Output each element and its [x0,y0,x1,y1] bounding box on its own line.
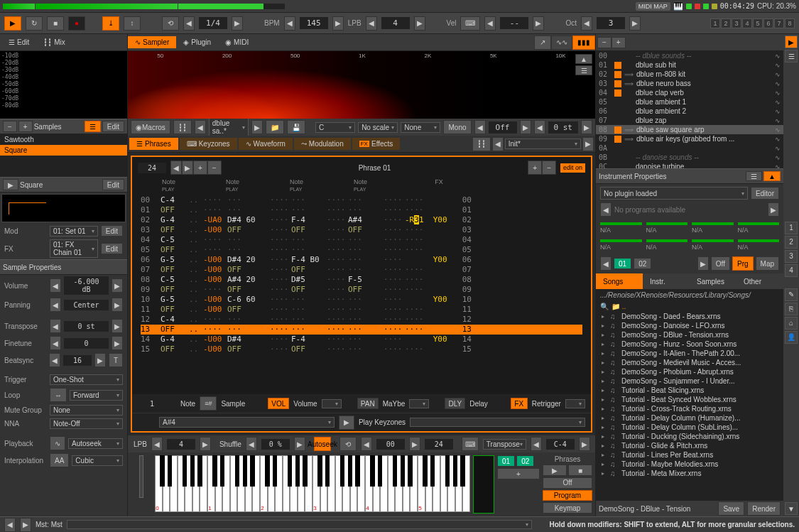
samples-edit-button[interactable]: Edit [102,121,124,132]
macro-slider[interactable]: N/A [692,239,734,251]
detach-button[interactable]: ↗ [534,36,551,50]
spectrum-menu[interactable]: ☰ [575,65,592,75]
transpose-value[interactable]: 0 st [64,321,109,332]
browser-tab-songs[interactable]: Songs [596,273,643,289]
browser-file[interactable]: ▸♫DemoSong - Phobium - Abrupt.xrns [596,367,783,376]
play-kz-toggle[interactable]: ▶ [339,416,354,430]
instrument-row[interactable]: 0B-- danoise sounds --∿ [596,153,783,162]
play-from-button[interactable]: ↻ [26,16,43,31]
piano-keyboard[interactable]: 012345 [155,455,470,512]
shuf-dec[interactable]: ◀ [246,437,257,451]
ft-dec[interactable]: ◀ [50,336,61,350]
side-down-icon[interactable]: ▼ [785,502,798,515]
sample-edit-button[interactable]: Edit [102,179,124,190]
next-button[interactable]: ▶ [232,16,243,31]
edit-on-indicator[interactable]: edit on [560,163,585,173]
browser-file[interactable]: ▸♫Tutorial - Delay Column (Humanize)... [596,413,783,423]
edit-step[interactable]: 1 [138,398,166,409]
vel-inc[interactable]: ▶ [533,16,544,31]
instrument-row[interactable]: 04dblue clap verb∿ [596,88,783,97]
pan-tag[interactable]: PAN [357,398,379,409]
browser-file[interactable]: ▸♫DemoSong - It-Alien - ThePath 2.00... [596,349,783,358]
macro-slot-02[interactable]: 02 [634,258,651,269]
pan-dec[interactable]: ◀ [50,298,61,312]
slot-add[interactable]: + [497,468,540,479]
oct-inc[interactable]: ▶ [629,16,641,31]
basenote-select[interactable]: A#4 [159,417,335,428]
plugin-editor-button[interactable]: Editor [751,187,779,200]
macro-slider[interactable]: N/A [600,222,642,234]
macro-prg[interactable]: Prg [732,256,754,271]
bpm-value[interactable]: 145 [300,17,328,29]
side-tool-4[interactable]: 4 [785,264,798,277]
browser-tab-samples[interactable]: Samples [690,273,737,289]
list-icon-button[interactable]: ┇┇ [173,120,192,134]
preset-next[interactable]: ▶ [582,137,594,151]
phrase-prev[interactable]: ◀ [170,161,182,175]
side-edit-icon[interactable]: ✎ [785,288,798,301]
phrase-editor[interactable]: 24 ◀ ▶ + − Phrase 01 + − edit on NotePLA… [131,156,592,433]
follow-button[interactable]: ↕ [124,16,141,31]
macro-map[interactable]: Map [756,256,779,271]
lpb-value[interactable]: 4 [381,17,410,29]
vol-dec[interactable]: ◀ [50,278,61,293]
loop-mode-button[interactable]: ⟲ [162,16,179,31]
browser-file[interactable]: ▸♫Tutorial - Ducking (Sidechaining).xrns [596,432,783,441]
bpm-dec[interactable]: ◀ [284,16,295,31]
instr-props-menu[interactable]: ☰ [746,171,762,181]
instrument-select[interactable]: dblue sa..* [209,118,249,136]
mono-button[interactable]: Mono [443,120,471,134]
add-sample-button[interactable]: + [18,121,33,132]
play-kz-menu[interactable] [410,418,585,427]
macro-page-next[interactable]: ▶ [697,256,709,271]
status-track[interactable]: Mst: Mst [36,521,62,528]
instrument-row[interactable]: 01dblue sub hit∿ [596,60,783,70]
track-group-7[interactable]: 7 [774,18,784,28]
side-list-icon[interactable]: ☰ [785,50,798,63]
browser-file[interactable]: ▸♫DemoSong - Daed - Bears.xrns [596,312,783,321]
loop-select[interactable]: Forward [70,390,123,401]
vol-menu[interactable] [322,399,342,408]
tr-inc[interactable]: ▶ [112,319,123,333]
phrase-list-button[interactable]: ┇┇ [472,137,491,151]
fx-edit-button[interactable]: Edit [101,243,123,254]
view-spectrum-button[interactable]: ▮▮▮ [572,36,595,50]
transpose-note[interactable]: C-4 [546,439,575,450]
mod-select[interactable]: 01: Set 01 [50,226,98,237]
instr-prev[interactable]: ◀ [195,120,206,134]
browser-file[interactable]: ▸♫DemoSong - DBlue - Tension.xrns [596,330,783,340]
loop-block-button[interactable]: ⤓ [102,16,119,31]
sample-play-button[interactable]: ▶ [3,179,18,190]
remove-sample-button[interactable]: − [3,121,17,132]
transp-dec[interactable]: ◀ [531,437,542,451]
side-tool-3[interactable]: 3 [785,250,798,263]
chord-select[interactable]: None [401,122,440,133]
fx-select[interactable]: 01: FX Chain 01 [50,239,98,258]
browser-file[interactable]: ▸♫Tutorial - Delay Column (SubLines)... [596,423,783,432]
browser-file[interactable]: ▸♫Tutorial - Lines Per Beat.xrns [596,450,783,460]
browser-file[interactable]: ▸♫DemoSong - Medievil Music - Acces... [596,358,783,367]
mute-select[interactable]: None [50,405,123,416]
phrase-next[interactable]: ▶ [182,161,193,175]
instrument-list[interactable]: 00-- dblue sounds --∿01dblue sub hit∿02⟹… [596,51,783,168]
track-groups[interactable]: 12345678 [710,18,795,28]
track-group-6[interactable]: 6 [763,18,773,28]
preset-prev[interactable]: ◀ [492,137,504,151]
phrase-add-fx[interactable]: + [528,161,542,175]
phrase-lines[interactable]: 24 [138,163,166,173]
pitch-value[interactable]: 0 st [548,121,579,134]
instrument-row[interactable]: 09⟹dblue air keys (grabbed from ...∿ [596,134,783,143]
browser-file[interactable]: ▸♫Tutorial - Beat Synced Wobbles.xrns [596,395,783,404]
bs-inc[interactable]: ▶ [94,353,106,367]
macro-slider[interactable]: N/A [600,239,642,251]
vel-keyboard-button[interactable]: ⌨ [460,16,480,31]
status-prev[interactable]: ◀ [4,518,16,532]
instrument-row[interactable]: 0Cdanoise turbine∿ [596,162,783,168]
keytrack-button[interactable]: ⌨ [462,437,479,451]
loop-end[interactable]: 24 [425,439,453,450]
pitch-inc[interactable]: ▶ [581,120,592,134]
side-copy-icon[interactable]: ⎘ [785,303,798,315]
lpb-inc[interactable]: ▶ [414,16,425,31]
plugin-select[interactable]: No plugin loaded [600,187,748,200]
render-button[interactable]: Render [747,501,781,516]
